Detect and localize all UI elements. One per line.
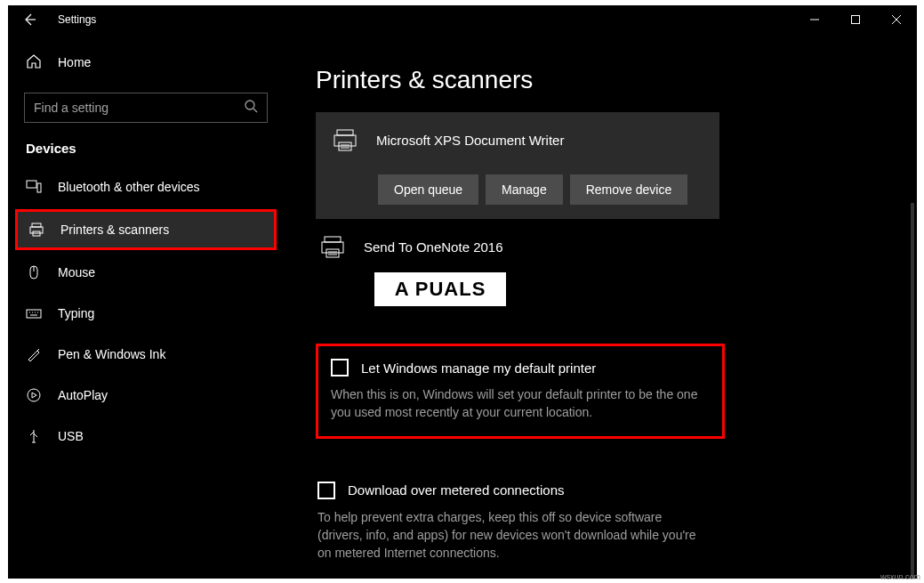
autoplay-icon	[26, 387, 42, 403]
selected-printer-card: Microsoft XPS Document Writer Open queue…	[316, 112, 719, 219]
svg-rect-3	[37, 183, 41, 192]
svg-point-9	[28, 389, 40, 401]
sidebar-item-bluetooth[interactable]: Bluetooth & other devices	[8, 166, 284, 207]
search-box[interactable]	[24, 93, 268, 123]
usb-icon	[26, 428, 42, 444]
minimize-button[interactable]	[794, 5, 835, 34]
printer-device-icon	[317, 231, 348, 262]
sidebar-item-label: USB	[58, 429, 84, 443]
metered-connection-option: Download over metered connections To hel…	[316, 482, 743, 563]
source-watermark: wsxun.com	[880, 572, 920, 581]
sidebar-item-label: Printers & scanners	[60, 223, 169, 237]
close-button[interactable]	[876, 5, 917, 34]
svg-rect-4	[32, 223, 41, 227]
devices-icon	[26, 179, 42, 195]
printer-name: Send To OneNote 2016	[364, 239, 503, 255]
svg-rect-8	[27, 310, 41, 318]
maximize-button[interactable]	[835, 5, 876, 34]
maximize-icon	[851, 15, 860, 24]
svg-rect-2	[27, 181, 36, 188]
option-description: To help prevent extra charges, keep this…	[317, 508, 709, 563]
watermark-text: A PUALS	[395, 278, 486, 301]
default-printer-checkbox-row[interactable]: Let Windows manage my default printer	[331, 359, 710, 377]
search-icon	[244, 99, 258, 117]
option-label: Let Windows manage my default printer	[361, 360, 596, 376]
sidebar-item-label: Mouse	[58, 265, 95, 279]
arrow-left-icon	[22, 12, 36, 27]
watermark-logo: A PUALS	[374, 271, 507, 307]
back-button[interactable]	[8, 5, 51, 34]
metered-checkbox-row[interactable]: Download over metered connections	[317, 482, 743, 499]
svg-rect-5	[30, 227, 43, 233]
keyboard-icon	[26, 305, 42, 321]
printer-actions: Open queue Manage Remove device	[330, 174, 705, 205]
option-label: Download over metered connections	[348, 482, 564, 498]
mouse-icon	[26, 264, 42, 280]
sidebar-item-autoplay[interactable]: AutoPlay	[8, 375, 284, 416]
titlebar: Settings	[8, 5, 917, 34]
pen-icon	[26, 346, 42, 362]
svg-rect-11	[334, 135, 356, 146]
sidebar-item-pen[interactable]: Pen & Windows Ink	[8, 334, 284, 375]
manage-button[interactable]: Manage	[486, 174, 563, 205]
sidebar-home-label: Home	[58, 55, 91, 69]
svg-rect-14	[322, 242, 343, 253]
default-printer-option: Let Windows manage my default printer Wh…	[316, 344, 725, 439]
svg-point-1	[245, 101, 254, 109]
option-description: When this is on, Windows will set your d…	[331, 385, 710, 422]
sidebar-item-usb[interactable]: USB	[8, 416, 284, 457]
checkbox-unchecked-icon[interactable]	[317, 482, 335, 499]
svg-rect-0	[852, 16, 860, 24]
sidebar-home[interactable]: Home	[8, 45, 284, 80]
sidebar-item-label: Pen & Windows Ink	[58, 347, 165, 361]
sidebar-item-mouse[interactable]: Mouse	[8, 252, 284, 293]
home-icon	[26, 53, 42, 72]
close-icon	[892, 15, 901, 24]
minimize-icon	[810, 15, 819, 24]
printer-row-xps[interactable]: Microsoft XPS Document Writer	[330, 125, 705, 155]
sidebar-category: Devices	[8, 123, 284, 166]
search-input[interactable]	[34, 101, 244, 115]
remove-device-button[interactable]: Remove device	[570, 174, 688, 205]
printer-name: Microsoft XPS Document Writer	[376, 133, 564, 148]
sidebar: Home Devices Bluetooth & other devices	[8, 34, 284, 579]
scrollbar[interactable]	[911, 203, 914, 579]
sidebar-item-printers[interactable]: Printers & scanners	[15, 209, 277, 250]
printer-row-onenote[interactable]: Send To OneNote 2016	[316, 231, 917, 262]
sidebar-item-label: Bluetooth & other devices	[58, 180, 200, 194]
sidebar-item-label: AutoPlay	[58, 388, 108, 402]
checkbox-unchecked-icon[interactable]	[331, 359, 349, 377]
sidebar-item-label: Typing	[58, 306, 94, 320]
open-queue-button[interactable]: Open queue	[378, 174, 478, 205]
svg-rect-13	[325, 237, 341, 242]
sidebar-item-typing[interactable]: Typing	[8, 293, 284, 334]
svg-rect-10	[337, 130, 353, 135]
printer-device-icon	[330, 125, 360, 155]
page-title: Printers & scanners	[316, 66, 917, 94]
window-title: Settings	[51, 13, 96, 26]
printer-icon	[28, 222, 44, 238]
